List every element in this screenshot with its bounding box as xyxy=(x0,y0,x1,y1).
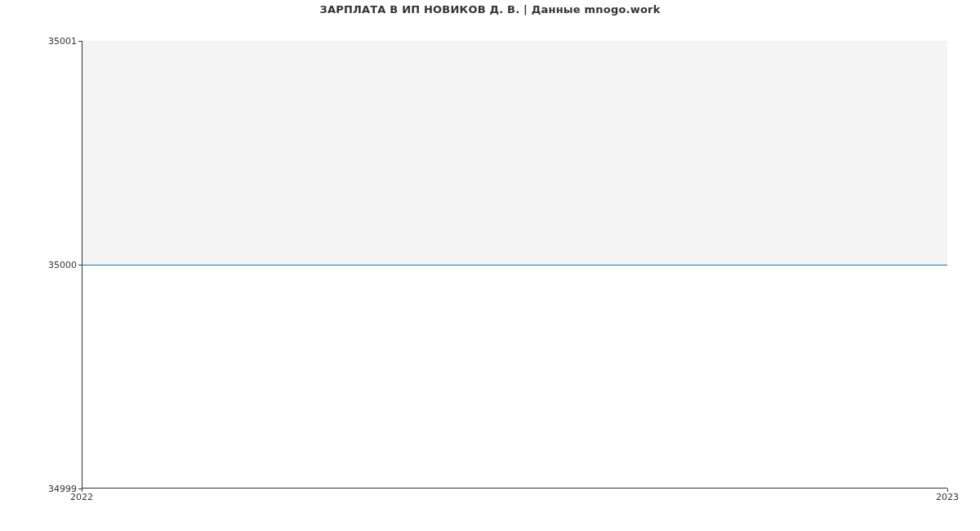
y-tick-mark xyxy=(78,265,82,266)
series-line xyxy=(82,265,947,266)
plot-area xyxy=(82,41,947,489)
y-tick-label: 35000 xyxy=(3,260,77,270)
x-tick-label: 2022 xyxy=(70,492,93,502)
y-tick-label: 35001 xyxy=(3,36,77,47)
grid-band xyxy=(82,41,947,265)
y-tick-mark xyxy=(78,41,82,42)
x-axis-spine xyxy=(82,488,947,489)
x-tick-label: 2023 xyxy=(936,492,959,502)
y-axis-spine xyxy=(82,41,82,489)
chart-title: ЗАРПЛАТА В ИП НОВИКОВ Д. В. | Данные mno… xyxy=(0,3,980,16)
y-tick-label: 34999 xyxy=(3,484,77,494)
chart-container: ЗАРПЛАТА В ИП НОВИКОВ Д. В. | Данные mno… xyxy=(0,0,980,531)
